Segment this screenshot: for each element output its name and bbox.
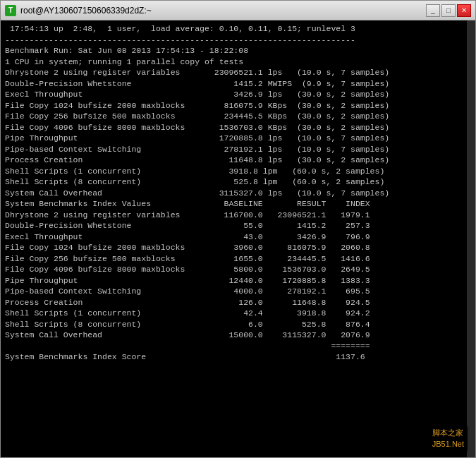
terminal-line: Dhrystone 2 using register variables 116… [5,210,463,221]
terminal-line: Shell Scripts (8 concurrent) 525.8 lpm (… [5,176,463,188]
terminal-line: Shell Scripts (8 concurrent) 6.0 525.8 8… [5,319,463,330]
scrollbar[interactable] [467,20,475,457]
terminal-line: ======== [5,341,463,352]
terminal-line: Process Creation 11648.8 lps (30.0 s, 2 … [5,155,463,166]
terminal-line: File Copy 1024 bufsize 2000 maxblocks 39… [5,242,463,253]
terminal-line: File Copy 4096 bufsize 8000 maxblocks 15… [5,122,463,133]
terminal-line: Benchmark Run: Sat Jun 08 2013 17:54:13 … [5,45,463,56]
title-bar-left: T root@AY130607150606339d2dZ:~ [5,5,152,16]
terminal-line: Execl Throughput 43.0 3426.9 796.9 [5,231,463,243]
terminal-line: Pipe-based Context Switching 4000.0 2781… [5,286,463,297]
terminal-line: 17:54:13 up 2:48, 1 user, load average: … [5,23,463,35]
terminal-line: Process Creation 126.0 11648.8 924.5 [5,297,463,308]
terminal-line: Pipe Throughput 1720885.8 lps (10.0 s, 7… [5,133,463,144]
terminal-line: 1 CPU in system; running 1 parallel copy… [5,56,463,68]
window-title: root@AY130607150606339d2dZ:~ [20,6,152,16]
title-bar-buttons: _ □ ✕ [426,4,471,17]
close-button[interactable]: ✕ [457,4,471,17]
terminal-icon: T [5,5,16,16]
minimize-button[interactable]: _ [426,4,440,17]
terminal-line: Shell Scripts (1 concurrent) 42.4 3918.8… [5,308,463,319]
terminal-line: File Copy 4096 bufsize 8000 maxblocks 58… [5,264,463,275]
terminal-line: Double-Precision Whetstone 55.0 1415.2 2… [5,220,463,231]
terminal-line: Shell Scripts (1 concurrent) 3918.8 lpm … [5,166,463,177]
terminal-line: Pipe Throughput 12440.0 1720885.8 1383.3 [5,275,463,287]
terminal-line: Pipe-based Context Switching 278192.1 lp… [5,144,463,155]
maximize-button[interactable]: □ [441,4,456,17]
terminal-line: File Copy 256 bufsize 500 maxblocks 1655… [5,253,463,265]
terminal-line: System Benchmarks Index Score 1137.6 [5,351,463,363]
terminal-line: System Call Overhead 15000.0 3115327.0 2… [5,330,463,341]
terminal-line: ----------------------------------------… [5,35,463,46]
terminal-line: Execl Throughput 3426.9 lps (30.0 s, 2 s… [5,89,463,100]
terminal-line: File Copy 256 bufsize 500 maxblocks 2344… [5,111,463,122]
terminal-window: T root@AY130607150606339d2dZ:~ _ □ ✕ 17:… [0,0,476,458]
terminal-line: Double-Precision Whetstone 1415.2 MWIPS … [5,78,463,90]
terminal-line: File Copy 1024 bufsize 2000 maxblocks 81… [5,100,463,112]
terminal-line: Dhrystone 2 using register variables 230… [5,67,463,78]
terminal-output: 17:54:13 up 2:48, 1 user, load average: … [1,20,467,457]
terminal-line: System Benchmarks Index Values BASELINE … [5,198,463,210]
terminal-line: System Call Overhead 3115327.0 lps (10.0… [5,188,463,199]
title-bar: T root@AY130607150606339d2dZ:~ _ □ ✕ [1,1,475,20]
watermark: 脚本之家 JB51.Net [428,426,468,452]
